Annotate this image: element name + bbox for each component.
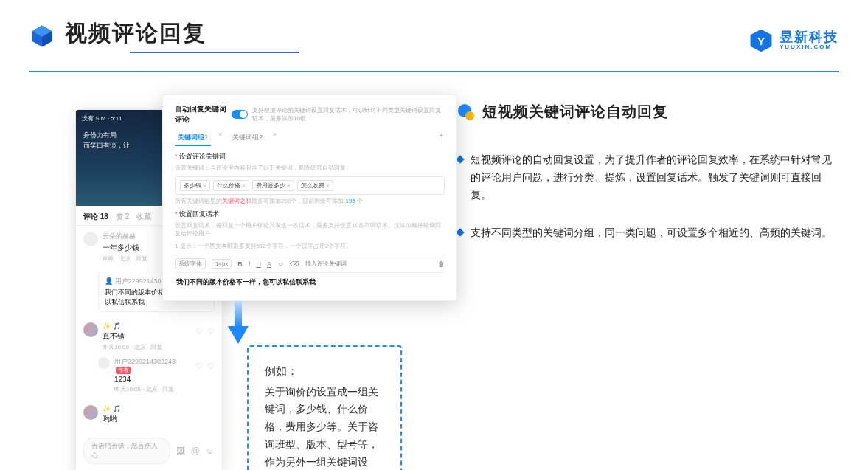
svg-point-8: [465, 111, 474, 120]
logo-en: YUUXIN.COM: [780, 44, 839, 50]
like-icon[interactable]: ♡: [195, 327, 203, 351]
avatar: [83, 322, 98, 337]
tab-likes[interactable]: 赞 2: [116, 212, 129, 222]
tab-keyword-group-2[interactable]: 关键词组2: [229, 131, 265, 146]
keyword-count-note: 所有关键词组里的关键词之和最多可添加200个，目前剩余可添加 195 个: [175, 197, 445, 205]
svg-marker-6: [228, 326, 249, 344]
bullet-item: 支持不同类型的关键词分组，同一类问题，可设置多个相近的、高频的关键词。: [457, 224, 839, 242]
editor-toolbar: 系统字体 14px B I U A ☺ ⌫ 插入评论关键词 🗑: [175, 255, 445, 273]
keyword-tag[interactable]: 怎么收费: [297, 180, 333, 191]
logo-mark-icon: Y: [749, 28, 774, 53]
keywords-section-label: 设置评论关键词: [175, 152, 445, 162]
logo-cn: 昱新科技: [780, 30, 839, 44]
config-label: 自动回复关键词评论: [175, 104, 227, 125]
emoji-icon[interactable]: ☺: [206, 446, 215, 456]
svg-rect-5: [235, 301, 242, 328]
diamond-icon: [456, 229, 464, 237]
reply-link[interactable]: 回复: [162, 386, 174, 393]
image-icon[interactable]: 🖼: [176, 446, 185, 456]
example-body: 关于询价的设置成一组关键词，多少钱、什么价格，费用多少等。关于咨询班型、版本、型…: [265, 384, 384, 471]
keywords-hint: 设置关键词，当评论里内容包含了以下关键词，则系统可自动回复。: [175, 164, 445, 172]
tab-comments[interactable]: 评论 18: [83, 212, 108, 222]
keyword-tag[interactable]: 费用是多少: [252, 180, 294, 191]
reply-section-label: 设置回复话术: [175, 210, 445, 219]
tab-favorites[interactable]: 收藏: [136, 212, 151, 222]
underline-icon[interactable]: U: [256, 260, 261, 268]
arrow-down-icon: [225, 301, 251, 345]
dislike-icon[interactable]: ♡: [207, 327, 215, 351]
example-title: 例如：: [265, 362, 384, 381]
add-group-button[interactable]: ＋: [438, 131, 445, 146]
reply-link[interactable]: 回复: [150, 344, 162, 350]
config-desc: 支持根据评论的关键词设置回复话术，可以针对不同类型关键词设置回复话术，最多添加1…: [252, 106, 445, 122]
svg-text:Y: Y: [757, 35, 765, 47]
title-underline: [130, 52, 299, 53]
font-size-select[interactable]: 14px: [212, 259, 232, 269]
page-title: 视频评论回复: [65, 18, 299, 49]
brand-logo: Y 昱新科技 YUUXIN.COM: [749, 28, 839, 53]
italic-icon[interactable]: I: [249, 260, 251, 268]
comment-input[interactable]: 善语结善缘，恶言伤人心: [83, 438, 170, 464]
emoji-icon[interactable]: ☺: [277, 260, 284, 268]
keyword-input[interactable]: 多少钱 什么价格 费用是多少 怎么收费: [175, 176, 445, 195]
bold-icon[interactable]: B: [237, 260, 243, 268]
keyword-tag[interactable]: 什么价格: [213, 180, 249, 191]
clear-icon[interactable]: ⌫: [290, 260, 299, 268]
auto-reply-toggle[interactable]: [232, 110, 248, 119]
reply-link[interactable]: 回复: [136, 255, 147, 262]
insert-keyword-button[interactable]: 插入评论关键词: [305, 260, 347, 268]
color-icon[interactable]: A: [267, 260, 271, 268]
avatar: [98, 357, 110, 369]
avatar: [83, 405, 98, 420]
like-icon[interactable]: ♡: [195, 362, 203, 393]
dislike-icon[interactable]: ♡: [207, 362, 215, 393]
bullet-item: 短视频评论的自动回复设置，为了提升作者的评论回复效率，在系统中针对常见的评论用户…: [457, 151, 839, 204]
author-badge: 作者: [116, 367, 131, 374]
section-heading: 短视频关键词评论自动回复: [482, 102, 668, 122]
reply-editor[interactable]: 我们不同的版本价格不一样，您可以私信联系我: [175, 273, 445, 291]
reply-hint: 设置回复话术，每回复一个用户评论只发送一条话术，最多支持设置10条不同话术。按添…: [175, 221, 445, 238]
config-panel: 自动回复关键词评论 支持根据评论的关键词设置回复话术，可以针对不同类型关键词设置…: [162, 94, 457, 301]
avatar: [83, 232, 98, 246]
mention-icon[interactable]: @: [191, 446, 200, 456]
diamond-icon: [456, 155, 464, 163]
example-box: 例如： 关于询价的设置成一组关键词，多少钱、什么价格，费用多少等。关于咨询班型、…: [247, 345, 402, 470]
font-family-select[interactable]: 系统字体: [175, 258, 206, 269]
comment-text: 真不错: [103, 331, 191, 342]
header-cube-icon: [29, 24, 55, 49]
keyword-tag[interactable]: 多少钱: [180, 180, 210, 191]
section-dot-icon: [457, 103, 475, 121]
tab-keyword-group-1[interactable]: 关键词组1: [175, 131, 211, 146]
reply-note: 1 提示：一个富文本框最多支持512个字符，一个汉字占用2个字符。: [175, 242, 445, 250]
delete-icon[interactable]: 🗑: [438, 260, 445, 268]
